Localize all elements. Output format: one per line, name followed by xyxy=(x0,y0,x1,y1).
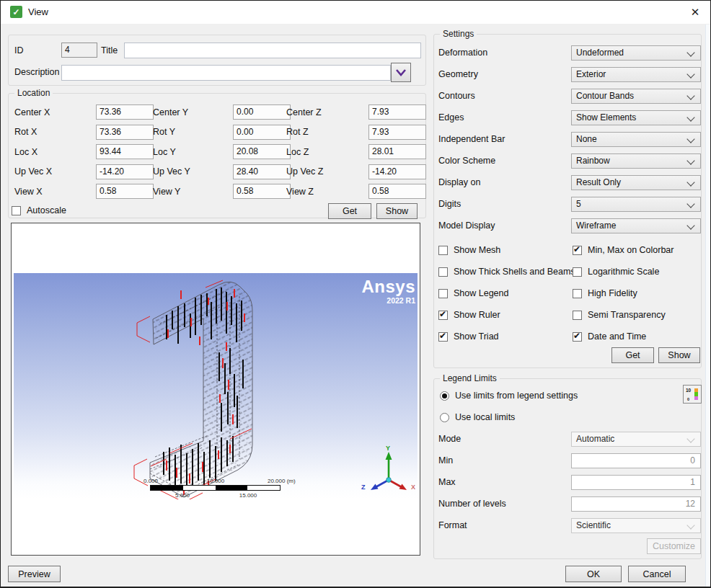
ok-button[interactable]: OK xyxy=(565,566,622,582)
high-fidelity-checkbox[interactable] xyxy=(573,289,582,298)
show-legend-checkbox[interactable] xyxy=(438,289,448,298)
independent-bar-select[interactable]: None xyxy=(571,132,701,147)
date-time-checkbox[interactable] xyxy=(573,332,582,342)
rot-x-field[interactable]: 73.36 xyxy=(96,125,154,140)
use-local-limits-row: Use local limits xyxy=(440,412,515,422)
digits-select[interactable]: 5 xyxy=(571,197,701,212)
min-label: Min xyxy=(438,455,571,466)
ruler-bar xyxy=(150,485,281,491)
geometry-select[interactable]: Exterior xyxy=(571,67,701,82)
number-of-levels-label: Number of levels xyxy=(438,499,571,509)
mode-label: Mode xyxy=(438,434,571,444)
model-display-label: Model Display xyxy=(438,220,571,231)
use-local-limits-label: Use local limits xyxy=(455,412,515,422)
title-input[interactable] xyxy=(124,43,421,58)
view-dialog: ✓ View ✕ ID 4 Title Description Location… xyxy=(0,0,711,588)
preview-button[interactable]: Preview xyxy=(8,566,61,582)
ansys-logo-text: Ansys xyxy=(361,278,415,295)
geometry-value: Exterior xyxy=(576,69,606,79)
show-mesh-checkbox[interactable] xyxy=(438,246,448,255)
show-mesh-row: Show Mesh xyxy=(438,245,573,255)
location-group-label: Location xyxy=(14,88,53,98)
autoscale-row: Autoscale xyxy=(12,205,66,215)
close-icon[interactable]: ✕ xyxy=(688,5,702,19)
upvec-z-field[interactable]: -14.20 xyxy=(368,164,426,179)
minmax-colorbar-checkbox[interactable] xyxy=(573,246,582,255)
minmax-colorbar-row: Min, Max on Colorbar xyxy=(573,245,701,255)
legend-limits-group: Legend Limits Use limits from legend set… xyxy=(433,378,702,559)
location-get-button[interactable]: Get xyxy=(328,203,371,219)
window-title: View xyxy=(28,6,48,17)
legend-limits-rows: Mode Automatic Min 0 Max 1 Number of lev… xyxy=(438,428,701,536)
rot-y-field[interactable]: 0.00 xyxy=(233,125,291,140)
view-z-field[interactable]: 0.58 xyxy=(368,184,426,199)
description-input[interactable] xyxy=(61,65,391,81)
upvec-x-field[interactable]: -14.20 xyxy=(96,164,154,179)
geometry-label: Geometry xyxy=(438,69,571,79)
show-ruler-checkbox[interactable] xyxy=(438,311,448,320)
view-x-field[interactable]: 0.58 xyxy=(96,184,154,199)
show-triad-checkbox[interactable] xyxy=(438,332,448,342)
field-label: View Y xyxy=(153,187,233,197)
settings-show-button[interactable]: Show xyxy=(658,347,700,363)
use-local-limits-radio[interactable] xyxy=(440,413,449,422)
deformation-value: Undeformed xyxy=(576,48,624,58)
field-label: View Z xyxy=(286,187,368,197)
center-x-field[interactable]: 73.36 xyxy=(96,104,154,120)
center-z-field[interactable]: 7.93 xyxy=(368,104,426,120)
use-legend-settings-row: Use limits from legend settings xyxy=(440,391,578,401)
upvec-y-field[interactable]: 28.40 xyxy=(233,164,291,179)
mode-value: Automatic xyxy=(576,434,614,444)
field-label: Up Vec Z xyxy=(286,166,368,177)
cancel-button[interactable]: Cancel xyxy=(628,566,686,582)
autoscale-checkbox[interactable] xyxy=(12,206,21,215)
legend-icon-top-label: 10 xyxy=(686,388,691,393)
high-fidelity-label: High Fidelity xyxy=(588,288,637,298)
location-show-button[interactable]: Show xyxy=(376,203,418,219)
field-label: Loc Y xyxy=(153,147,233,157)
rot-z-field[interactable]: 7.93 xyxy=(368,125,426,140)
edges-label: Edges xyxy=(438,112,571,122)
display-on-label: Display on xyxy=(438,177,571,187)
logarithmic-scale-checkbox[interactable] xyxy=(573,267,582,277)
autoscale-label: Autoscale xyxy=(27,205,66,215)
semi-transparency-checkbox[interactable] xyxy=(573,311,582,320)
format-label: Format xyxy=(438,520,571,530)
show-triad-label: Show Triad xyxy=(454,331,499,342)
triad-y-label: Y xyxy=(386,445,390,452)
contours-select[interactable]: Contour Bands xyxy=(571,89,701,104)
id-label: ID xyxy=(14,45,24,55)
field-label: Rot Y xyxy=(153,127,233,137)
model-display-select[interactable]: Wireframe xyxy=(571,218,701,233)
description-dropdown-button[interactable] xyxy=(391,63,411,82)
field-label: Up Vec Y xyxy=(153,166,233,177)
loc-z-field[interactable]: 28.01 xyxy=(368,144,426,159)
field-label: Center Z xyxy=(286,107,368,117)
center-y-field[interactable]: 0.00 xyxy=(233,104,291,120)
color-scheme-select[interactable]: Rainbow xyxy=(571,153,701,169)
chevron-down-icon xyxy=(396,69,406,76)
location-grid: Center X 73.36 Center Y 0.00 Center Z 7.… xyxy=(14,102,419,202)
thick-shells-checkbox[interactable] xyxy=(438,267,448,277)
edges-select[interactable]: Show Elements xyxy=(571,110,701,125)
use-legend-settings-radio[interactable] xyxy=(440,391,449,401)
max-label: Max xyxy=(438,477,571,487)
independent-bar-label: Independent Bar xyxy=(438,134,571,144)
identity-group: ID 4 Title Description xyxy=(8,35,426,86)
preview-viewport[interactable]: Ansys 2022 R1 0.000 10.000 20.000 (m) 5.… xyxy=(11,223,420,556)
loc-y-field[interactable]: 20.08 xyxy=(233,144,291,159)
description-label: Description xyxy=(14,67,60,77)
view-y-field[interactable]: 0.58 xyxy=(233,184,291,199)
deformation-select[interactable]: Undeformed xyxy=(571,45,701,61)
legend-settings-button[interactable]: 10 0 xyxy=(683,385,702,404)
id-field[interactable]: 4 xyxy=(61,43,97,58)
model-display-value: Wireframe xyxy=(576,220,616,231)
semi-transparency-label: Semi Transparency xyxy=(588,310,666,320)
mode-select: Automatic xyxy=(571,432,701,447)
display-on-select[interactable]: Result Only xyxy=(571,175,701,190)
independent-bar-value: None xyxy=(576,134,597,144)
settings-get-button[interactable]: Get xyxy=(611,347,654,363)
ruler-label-10: 10.000 xyxy=(203,478,229,484)
settings-dropdowns: Deformation Undeformed Geometry Exterior… xyxy=(438,42,701,236)
loc-x-field[interactable]: 93.44 xyxy=(96,144,154,159)
